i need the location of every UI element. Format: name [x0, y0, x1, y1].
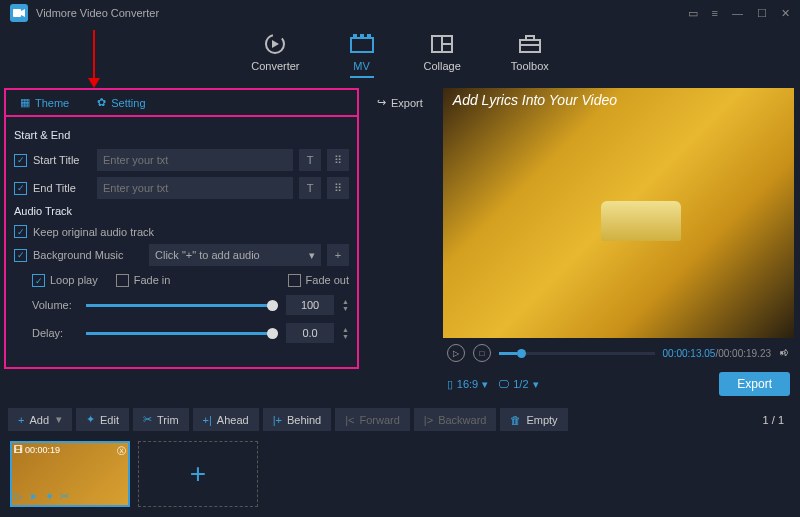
nav-mv[interactable]: MV — [350, 32, 374, 78]
chevron-down-icon: ▾ — [533, 378, 539, 391]
cut-icon[interactable]: ✂ — [60, 490, 69, 503]
fadeout-checkbox[interactable]: ✓ — [288, 274, 301, 287]
svg-rect-7 — [353, 34, 357, 37]
svg-marker-3 — [21, 9, 25, 17]
lyrics-overlay: Add Lyrics Into Your Video — [453, 92, 617, 108]
expand-button[interactable]: ⠿ — [327, 177, 349, 199]
export-button[interactable]: Export — [719, 372, 790, 396]
screen-select[interactable]: 🖵1/2▾ — [498, 378, 538, 391]
svg-rect-8 — [360, 34, 364, 37]
svg-marker-5 — [272, 40, 279, 48]
svg-rect-2 — [13, 9, 21, 17]
clip-duration: 00:00:19 — [25, 445, 60, 458]
delay-value[interactable]: 0.0 — [286, 323, 334, 343]
time-display: 00:00:13.05/00:00:19.23 — [663, 348, 771, 359]
close-icon[interactable]: ✕ — [781, 7, 790, 20]
volume-slider[interactable] — [86, 304, 278, 307]
mute-icon[interactable]: 🕨 — [28, 490, 39, 503]
bg-music-checkbox[interactable]: ✓ — [14, 249, 27, 262]
trash-icon: 🗑 — [510, 414, 521, 426]
loop-checkbox[interactable]: ✓ — [32, 274, 45, 287]
text-style-button[interactable]: T — [299, 149, 321, 171]
chevron-down-icon: ▾ — [482, 378, 488, 391]
start-title-checkbox[interactable]: ✓ — [14, 154, 27, 167]
play-icon[interactable]: ▷ — [14, 490, 22, 503]
stop-button[interactable]: □ — [473, 344, 491, 362]
volume-label: Volume: — [32, 299, 78, 311]
tab-label: Export — [391, 97, 423, 109]
collage-icon — [430, 32, 454, 56]
ahead-button[interactable]: +|Ahead — [193, 408, 259, 431]
volume-spinner[interactable]: ▲▼ — [342, 298, 349, 312]
backward-button[interactable]: |>Backward — [414, 408, 497, 431]
nav-label: Collage — [424, 60, 461, 72]
forward-button[interactable]: |<Forward — [335, 408, 410, 431]
remove-clip-icon[interactable]: ⓧ — [117, 445, 126, 458]
aspect-ratio-select[interactable]: ▯16:9▾ — [447, 378, 488, 391]
edit-button[interactable]: ✦Edit — [76, 408, 129, 431]
feedback-icon[interactable]: ▭ — [688, 7, 698, 20]
mv-icon — [350, 32, 374, 56]
ahead-icon: +| — [203, 414, 212, 426]
top-nav: Converter MV Collage Toolbox — [0, 26, 800, 88]
text-style-button[interactable]: T — [299, 177, 321, 199]
start-title-input[interactable] — [97, 149, 293, 171]
minimize-icon[interactable]: — — [732, 7, 743, 20]
video-content — [601, 201, 681, 241]
forward-icon: |< — [345, 414, 354, 426]
add-clip-button[interactable]: + — [138, 441, 258, 507]
nav-label: Toolbox — [511, 60, 549, 72]
trim-button[interactable]: ✂Trim — [133, 408, 189, 431]
delay-spinner[interactable]: ▲▼ — [342, 326, 349, 340]
add-audio-button[interactable]: + — [327, 244, 349, 266]
fadein-label: Fade in — [134, 274, 171, 287]
clip-counter: 1 / 1 — [763, 414, 792, 426]
delay-label: Delay: — [32, 327, 78, 339]
plus-icon: + — [18, 414, 24, 426]
play-button[interactable]: ▷ — [447, 344, 465, 362]
star-icon[interactable]: ✦ — [45, 490, 54, 503]
bg-music-dropdown[interactable]: Click "+" to add audio▾ — [149, 244, 321, 266]
volume-value[interactable]: 100 — [286, 295, 334, 315]
toolbox-icon — [518, 32, 542, 56]
end-title-checkbox[interactable]: ✓ — [14, 182, 27, 195]
app-logo-icon — [10, 4, 28, 22]
delay-slider[interactable] — [86, 332, 278, 335]
app-title: Vidmore Video Converter — [36, 7, 159, 19]
tab-export[interactable]: ↪Export — [363, 90, 437, 115]
gear-icon: ✿ — [97, 96, 106, 109]
export-icon: ↪ — [377, 96, 386, 109]
clip-thumbnail[interactable]: 🎞00:00:19ⓧ ▷🕨✦✂ — [10, 441, 130, 507]
fadein-checkbox[interactable]: ✓ — [116, 274, 129, 287]
converter-icon — [263, 32, 287, 56]
nav-label: MV — [353, 60, 370, 72]
chevron-down-icon: ▾ — [309, 249, 315, 262]
add-button[interactable]: +Add▾ — [8, 408, 72, 431]
bg-music-label: Background Music — [33, 249, 143, 261]
keep-original-label: Keep original audio track — [33, 226, 154, 238]
playback-bar: ▷ □ 00:00:13.05/00:00:19.23 🕫 — [443, 338, 794, 368]
nav-toolbox[interactable]: Toolbox — [511, 32, 549, 78]
loop-label: Loop play — [50, 274, 98, 287]
menu-icon[interactable]: ≡ — [712, 7, 718, 20]
tab-label: Setting — [111, 97, 145, 109]
svg-rect-6 — [351, 38, 373, 52]
video-preview: Add Lyrics Into Your Video — [443, 88, 794, 338]
nav-collage[interactable]: Collage — [424, 32, 461, 78]
maximize-icon[interactable]: ☐ — [757, 7, 767, 20]
nav-converter[interactable]: Converter — [251, 32, 299, 78]
tab-setting[interactable]: ✿Setting — [83, 90, 159, 115]
volume-icon[interactable]: 🕫 — [779, 347, 790, 359]
tab-theme[interactable]: ▦Theme — [6, 90, 83, 115]
behind-button[interactable]: |+Behind — [263, 408, 332, 431]
tab-label: Theme — [35, 97, 69, 109]
nav-label: Converter — [251, 60, 299, 72]
wand-icon: ✦ — [86, 413, 95, 426]
keep-original-checkbox[interactable]: ✓ — [14, 225, 27, 238]
titlebar: Vidmore Video Converter ▭ ≡ — ☐ ✕ — [0, 0, 800, 26]
expand-button[interactable]: ⠿ — [327, 149, 349, 171]
scissors-icon: ✂ — [143, 413, 152, 426]
progress-bar[interactable] — [499, 352, 655, 355]
empty-button[interactable]: 🗑Empty — [500, 408, 567, 431]
end-title-input[interactable] — [97, 177, 293, 199]
